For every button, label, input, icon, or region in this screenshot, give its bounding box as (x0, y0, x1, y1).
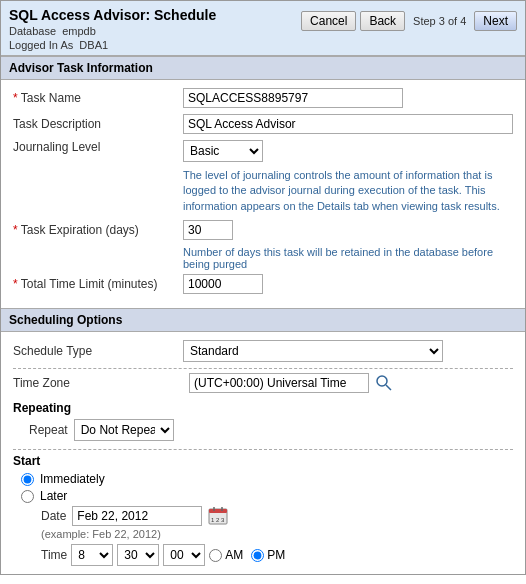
expiration-hint: Number of days this task will be retaine… (183, 246, 513, 270)
task-name-label: Task Name (13, 91, 81, 105)
svg-rect-3 (209, 509, 227, 513)
back-button[interactable]: Back (360, 11, 405, 31)
database-label: Database (9, 25, 56, 37)
later-row: Later (13, 489, 513, 503)
divider-2 (13, 449, 513, 450)
later-radio[interactable] (21, 490, 34, 503)
journaling-row: Journaling Level Basic Typical All (13, 140, 513, 162)
time-limit-label: Total Time Limit (minutes) (13, 277, 158, 291)
task-name-label-col: Task Name (13, 91, 183, 105)
immediately-row: Immediately (13, 472, 513, 486)
task-name-row: Task Name (13, 88, 513, 108)
database-info: Database empdb (9, 25, 216, 37)
time-minute-select[interactable]: 30001545 (117, 544, 159, 566)
scheduling-section-header: Scheduling Options (1, 308, 525, 332)
logged-in-info: Logged In As DBA1 (9, 39, 216, 51)
later-label[interactable]: Later (40, 489, 67, 503)
expiration-label: Task Expiration (days) (13, 223, 139, 237)
task-desc-row: Task Description (13, 114, 513, 134)
pm-option[interactable]: PM (251, 548, 285, 562)
timezone-input[interactable] (189, 373, 369, 393)
divider-1 (13, 368, 513, 369)
pm-radio[interactable] (251, 549, 264, 562)
database-value: empdb (62, 25, 96, 37)
step-indicator: Step 3 of 4 (409, 13, 470, 29)
time-label: Time (41, 548, 67, 562)
time-limit-input[interactable] (183, 274, 263, 294)
journaling-controls: Basic Typical All (183, 140, 263, 162)
task-desc-label: Task Description (13, 117, 101, 131)
repeating-section: Repeating Repeat Do Not Repeat Daily Wee… (13, 401, 513, 441)
am-option[interactable]: AM (209, 548, 243, 562)
date-input[interactable] (72, 506, 202, 526)
repeat-row: Repeat Do Not Repeat Daily Weekly Monthl… (13, 419, 513, 441)
schedule-type-row: Schedule Type Standard Named Use Existin… (13, 340, 513, 362)
task-name-input[interactable] (183, 88, 403, 108)
am-radio[interactable] (209, 549, 222, 562)
expiration-input[interactable] (183, 220, 233, 240)
date-label: Date (41, 509, 66, 523)
journaling-label: Journaling Level (13, 140, 100, 154)
journaling-label-col: Journaling Level (13, 140, 183, 154)
time-hour-select[interactable]: 81234 567910 1112 (71, 544, 113, 566)
page-header: SQL Access Advisor: Schedule Database em… (1, 1, 525, 56)
next-button[interactable]: Next (474, 11, 517, 31)
header-actions: Cancel Back Step 3 of 4 Next (301, 11, 517, 31)
pm-label: PM (267, 548, 285, 562)
page-wrapper: SQL Access Advisor: Schedule Database em… (0, 0, 526, 575)
task-desc-input[interactable] (183, 114, 513, 134)
advisor-content: Task Name Task Description Journaling Le… (1, 80, 525, 308)
repeat-select[interactable]: Do Not Repeat Daily Weekly Monthly (74, 419, 174, 441)
header-info: SQL Access Advisor: Schedule Database em… (9, 7, 216, 51)
task-desc-label-col: Task Description (13, 117, 183, 131)
date-example: (example: Feb 22, 2012) (41, 528, 513, 540)
am-label: AM (225, 548, 243, 562)
ampm-group: AM PM (209, 548, 285, 562)
start-section: Start Immediately Later Date (13, 454, 513, 566)
logged-in-label: Logged In As (9, 39, 73, 51)
schedule-type-label: Schedule Type (13, 344, 92, 358)
immediately-radio[interactable] (21, 473, 34, 486)
scheduling-content: Schedule Type Standard Named Use Existin… (1, 332, 525, 574)
start-label: Start (13, 454, 513, 468)
time-limit-row: Total Time Limit (minutes) (13, 274, 513, 294)
page-title: SQL Access Advisor: Schedule (9, 7, 216, 23)
time-row: Time 81234 567910 1112 30001545 0030 AM (41, 544, 513, 566)
advisor-section-header: Advisor Task Information (1, 56, 525, 80)
svg-text:1 2 3: 1 2 3 (211, 517, 225, 523)
schedule-type-select[interactable]: Standard Named Use Existing Named Schedu… (183, 340, 443, 362)
date-row: Date 1 2 3 (41, 506, 513, 526)
svg-point-0 (377, 376, 387, 386)
calendar-icon[interactable]: 1 2 3 (208, 506, 228, 526)
expiration-row: Task Expiration (days) (13, 220, 513, 240)
timezone-row: Time Zone (13, 373, 513, 393)
repeat-label: Repeat (29, 423, 68, 437)
timezone-label: Time Zone (13, 376, 70, 390)
time-second-select[interactable]: 0030 (163, 544, 205, 566)
logged-in-value: DBA1 (79, 39, 108, 51)
repeating-label: Repeating (13, 401, 513, 415)
time-limit-label-col: Total Time Limit (minutes) (13, 277, 183, 291)
immediately-label[interactable]: Immediately (40, 472, 105, 486)
journaling-select[interactable]: Basic Typical All (183, 140, 263, 162)
cancel-button[interactable]: Cancel (301, 11, 356, 31)
timezone-label-col: Time Zone (13, 376, 183, 390)
expiration-label-col: Task Expiration (days) (13, 223, 183, 237)
svg-line-1 (386, 385, 391, 390)
schedule-type-label-col: Schedule Type (13, 344, 183, 358)
timezone-search-icon[interactable] (375, 374, 393, 392)
journaling-hint: The level of journaling controls the amo… (183, 168, 513, 214)
